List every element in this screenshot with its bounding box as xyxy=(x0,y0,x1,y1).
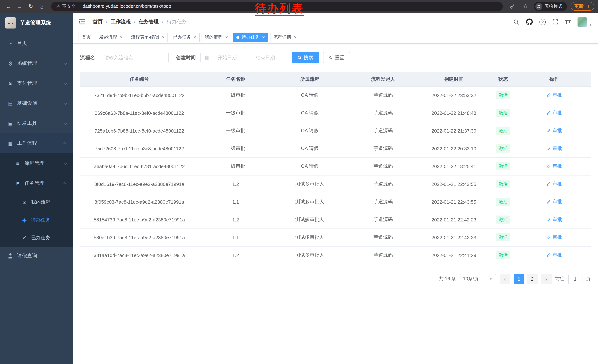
tab[interactable]: 流程详情 × xyxy=(270,32,300,42)
approve-link[interactable]: 审批 xyxy=(547,252,562,259)
reload-icon[interactable]: ↻ xyxy=(26,1,36,11)
fullscreen-icon[interactable] xyxy=(552,19,558,25)
update-button[interactable]: 更新 ⋮ xyxy=(571,2,594,11)
breadcrumb-item[interactable]: 工作流程 xyxy=(111,18,139,25)
back-icon[interactable]: ← xyxy=(4,1,13,11)
approve-link[interactable]: 审批 xyxy=(547,198,562,205)
tabs-bar: 首页 发起流程 × 流程表单-编辑 × xyxy=(73,31,598,44)
reset-button[interactable]: ↻ 重置 xyxy=(323,52,350,63)
close-icon[interactable]: × xyxy=(162,35,165,40)
process-name-input[interactable] xyxy=(100,52,168,63)
approve-link[interactable]: 审批 xyxy=(547,163,562,170)
action-cell: 审批 xyxy=(518,104,590,122)
avatar[interactable] xyxy=(577,17,587,27)
process-cell: OA 请假 xyxy=(273,140,347,157)
check-icon xyxy=(22,235,27,241)
help-icon[interactable]: ? xyxy=(540,19,546,25)
bookmark-star-icon[interactable]: ☆ xyxy=(521,1,530,11)
tab[interactable]: 首页 xyxy=(79,32,94,42)
initiator-cell: 芋道源码 xyxy=(347,175,419,193)
page-size-select[interactable]: 10条/页 ▼ xyxy=(460,274,496,284)
sidebar-item[interactable]: 任务管理 xyxy=(0,173,73,193)
edit-pencil-icon xyxy=(547,235,551,240)
sidebar-item[interactable]: 我的流程 xyxy=(0,193,73,211)
approve-link[interactable]: 审批 xyxy=(547,145,562,152)
user-menu[interactable]: ▼ xyxy=(577,17,592,27)
forward-icon[interactable]: → xyxy=(15,1,25,11)
app-logo xyxy=(5,17,16,29)
breadcrumb-item[interactable]: 待办任务 xyxy=(167,18,187,25)
search-icon xyxy=(297,55,302,60)
create-time-cell: 2022-01-21 22:41:29 xyxy=(419,246,488,264)
sidebar-item[interactable]: 研发工具 xyxy=(0,113,73,133)
prev-page-button[interactable]: ‹ xyxy=(500,274,510,284)
tab[interactable]: 我的流程 × xyxy=(201,32,231,42)
approve-link[interactable]: 审批 xyxy=(547,127,562,134)
sidebar-item-workflow[interactable]: 工作流程 xyxy=(0,133,73,153)
date-range-picker[interactable]: ▦ 开始日期 - 结束日期 xyxy=(200,52,286,63)
sidebar-item[interactable]: 系统管理 xyxy=(0,53,73,73)
tab[interactable]: 已办任务 × xyxy=(170,32,199,42)
total-count: 共 16 条 xyxy=(439,276,456,282)
approve-link[interactable]: 审批 xyxy=(547,234,562,241)
table-row: 75d72608-7b7f-11ec-a3c8-acde48001122 一级审… xyxy=(80,140,590,157)
eye-icon xyxy=(22,217,27,223)
sidebar: 芋道管理系统 首页 系统管理 xyxy=(0,13,73,364)
tab[interactable]: 流程表单-编辑 × xyxy=(128,32,168,42)
process-cell: 测试多审批人 xyxy=(273,211,347,228)
page-number-button[interactable]: 2 xyxy=(527,274,537,284)
initiator-cell: 芋道源码 xyxy=(347,193,419,211)
sidebar-item[interactable]: 已办任务 xyxy=(0,229,73,247)
github-icon[interactable] xyxy=(526,18,533,25)
close-icon[interactable]: × xyxy=(120,35,123,40)
sidebar-collapse-icon[interactable] xyxy=(79,18,87,25)
create-time-label: 创建时间 xyxy=(176,54,196,61)
table-row: 73211d9d-7b9b-11ec-b5b7-acde48001122 一级审… xyxy=(80,86,590,104)
menu-dots-icon[interactable]: ⋮ xyxy=(586,4,590,9)
sidebar-item[interactable]: 首页 xyxy=(0,33,73,53)
sidebar-item[interactable]: 支付管理 xyxy=(0,73,73,93)
create-time-cell: 2022-01-22 21:37:30 xyxy=(419,122,488,140)
approve-link[interactable]: 审批 xyxy=(547,92,562,98)
chrome-right-controls: ☆ 无痕模式 更新 ⋮ xyxy=(507,1,594,11)
status-cell: 激活 xyxy=(488,157,518,175)
page-number-button[interactable]: 1 xyxy=(514,274,524,284)
sidebar-item[interactable]: 待办任务 xyxy=(0,211,73,229)
sidebar-item[interactable]: 基础设施 xyxy=(0,93,73,113)
approve-link[interactable]: 审批 xyxy=(547,216,562,223)
list-icon xyxy=(15,160,21,166)
tab[interactable]: 发起流程 × xyxy=(96,32,126,42)
next-page-button[interactable]: › xyxy=(541,274,551,284)
key-icon[interactable] xyxy=(507,1,517,11)
close-icon[interactable]: × xyxy=(193,35,196,40)
task-id-cell: 725a1eb6-7b88-11ec-8ef0-acde48001122 xyxy=(80,122,199,140)
breadcrumb-item[interactable]: 首页 xyxy=(93,18,111,25)
url-text: dashboard.yudao.iocoder.cn/bpm/task/todo xyxy=(83,4,171,9)
process-cell: 测试多审批人 xyxy=(273,246,347,264)
approve-link[interactable]: 审批 xyxy=(547,110,562,116)
incognito-badge: 无痕模式 xyxy=(534,2,567,11)
action-cell: 审批 xyxy=(518,193,590,211)
goto-page-input[interactable] xyxy=(568,274,582,284)
sidebar-item[interactable]: 流程管理 xyxy=(0,153,73,173)
breadcrumb-item[interactable]: 任务管理 xyxy=(139,18,167,25)
not-secure-warning[interactable]: ⚠ 不安全 xyxy=(56,3,75,9)
sidebar-item-leave-query[interactable]: 请假查询 xyxy=(0,247,73,265)
close-icon[interactable]: × xyxy=(225,35,228,40)
close-icon[interactable]: × xyxy=(262,35,265,40)
font-size-icon[interactable]: TT xyxy=(565,19,571,25)
approve-link[interactable]: 审批 xyxy=(547,181,562,187)
tab[interactable]: 待办任务 × xyxy=(233,32,268,42)
home-icon[interactable]: ⌂ xyxy=(37,1,47,11)
column-header: 创建时间 xyxy=(419,72,488,86)
task-id-cell: 75d72608-7b7f-11ec-a3c8-acde48001122 xyxy=(80,140,199,157)
search-button[interactable]: 搜索 xyxy=(291,52,319,63)
logo-row[interactable]: 芋道管理系统 xyxy=(0,13,73,33)
status-badge: 激活 xyxy=(496,198,510,206)
chevron-icon xyxy=(62,182,66,186)
table-header-row: 任务编号 任务名称 所属流程 流程发起人 创建时间 状态 xyxy=(80,72,590,86)
task-name-cell: 1.2 xyxy=(199,175,273,193)
close-icon[interactable]: × xyxy=(294,35,297,40)
search-icon[interactable] xyxy=(513,19,519,25)
create-time-cell: 2022-01-21 22:42:23 xyxy=(419,228,488,246)
